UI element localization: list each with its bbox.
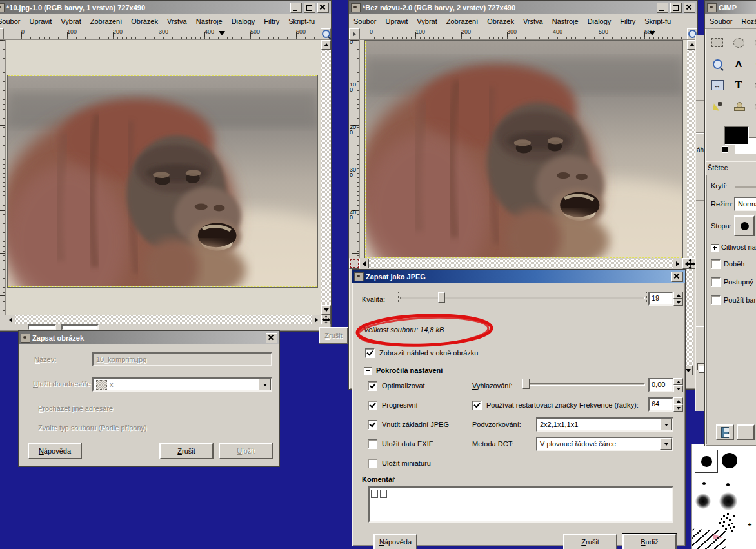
hscroll-track[interactable] — [369, 259, 673, 268]
spin-down-button[interactable] — [673, 385, 683, 392]
minimize-button[interactable] — [290, 3, 302, 13]
baseline-checkbox[interactable] — [368, 420, 377, 430]
save-dialog-titlebar[interactable]: Zapsat obrázek — [19, 331, 279, 344]
cancel-button[interactable]: Zrušit — [563, 534, 617, 549]
orangutan-image[interactable] — [365, 41, 682, 258]
spin-up-button[interactable] — [673, 378, 683, 385]
minimize-button[interactable] — [657, 3, 668, 13]
menu-item[interactable]: Zobrazení — [442, 15, 483, 27]
advanced-settings-label[interactable]: Pokročilá nastavení — [376, 366, 443, 374]
dropdown-arrow-button[interactable] — [660, 419, 672, 430]
text-tool[interactable]: T — [729, 75, 748, 95]
dropdown-arrow-button[interactable] — [259, 379, 271, 390]
menu-item[interactable]: Obrázek — [126, 15, 163, 27]
navigation-cross-button[interactable] — [321, 315, 331, 324]
spin-up-button[interactable] — [673, 292, 683, 299]
lasso-select-tool[interactable] — [750, 33, 756, 52]
menu-item[interactable]: Upravit — [25, 15, 56, 27]
quick-mask-toggle[interactable] — [349, 259, 359, 269]
menu-item[interactable]: Nástroje — [548, 15, 583, 27]
move-tool[interactable]: ✛ — [750, 54, 756, 74]
scroll-left-button[interactable] — [359, 259, 369, 268]
menu-item[interactable]: Filtry — [259, 15, 284, 27]
smoothing-slider-handle[interactable] — [522, 379, 530, 389]
advanced-expander-toggle[interactable] — [364, 367, 372, 375]
menu-item[interactable]: Skript-fu — [640, 15, 675, 27]
quality-slider[interactable] — [399, 292, 646, 304]
maximize-button[interactable] — [670, 3, 682, 13]
scroll-up-button[interactable] — [321, 40, 331, 50]
fade-checkbox[interactable] — [711, 259, 721, 269]
frequency-spinbox[interactable]: 64 — [648, 397, 673, 412]
ink-tool[interactable] — [708, 97, 727, 116]
dct-combobox[interactable]: V plovoucí řádové čárce — [536, 437, 673, 451]
dropdown-arrow-button[interactable] — [660, 438, 672, 450]
jpeg-dialog-titlebar[interactable]: Zapsat jako JPEG — [352, 270, 685, 283]
menu-item[interactable]: Vrstva — [163, 15, 192, 27]
close-button[interactable] — [671, 272, 683, 282]
menu-item[interactable]: Vrstva — [519, 15, 548, 27]
menu-item[interactable]: Obrázek — [482, 15, 519, 27]
sensitivity-expander[interactable] — [711, 244, 719, 252]
menu-item[interactable]: Vybrat — [412, 15, 441, 27]
frequency-spin-arrows[interactable] — [673, 397, 683, 412]
smoothing-slider[interactable] — [521, 379, 646, 390]
zoom-indicator-button[interactable] — [321, 28, 331, 39]
save-button[interactable]: Uložit — [219, 443, 273, 459]
ellipse-select-tool[interactable] — [729, 33, 748, 52]
foreground-color-swatch[interactable] — [724, 126, 749, 145]
spin-up-button[interactable] — [673, 397, 683, 404]
comment-textarea[interactable] — [368, 486, 673, 523]
mode-combobox[interactable]: Normál — [734, 197, 756, 211]
hidden-cancel-button[interactable]: Zrušit — [319, 327, 348, 344]
cancel-button[interactable]: Zrušit — [159, 443, 214, 459]
ok-button[interactable]: Budiž — [622, 534, 677, 549]
menu-item[interactable]: Vybrat — [56, 15, 85, 27]
save-folder-combobox[interactable]: x — [92, 377, 272, 392]
brush-item-fuzzy[interactable] — [719, 492, 737, 510]
menu-item[interactable]: Dialogy — [583, 15, 616, 27]
zoom-tool[interactable] — [708, 54, 727, 74]
scroll-left-button[interactable] — [6, 315, 15, 324]
file-type-expander[interactable]: Zvolte typ souboru (Podle přípony) — [38, 424, 147, 432]
restart-markers-checkbox[interactable] — [472, 401, 482, 410]
maximize-button[interactable] — [304, 3, 315, 13]
quality-spinbox[interactable]: 19 — [648, 292, 673, 306]
rect-select-tool[interactable] — [708, 33, 727, 52]
menu-item[interactable]: Filtry — [615, 15, 640, 27]
left-vertical-scrollbar[interactable] — [321, 40, 331, 315]
filename-field[interactable]: 10_komprim.jpg — [92, 352, 272, 366]
left-canvas[interactable] — [6, 40, 321, 315]
progressive-checkbox[interactable] — [368, 401, 377, 410]
brush-item[interactable] — [702, 482, 706, 485]
menu-item[interactable]: Soubor — [0, 15, 25, 27]
menu-item[interactable]: Dialogy — [227, 15, 260, 27]
menu-item[interactable]: Rozš — [737, 15, 756, 27]
color-picker-tool[interactable] — [750, 75, 756, 95]
measure-tool[interactable]: Λ — [729, 54, 748, 74]
orangutan-image[interactable] — [8, 75, 317, 287]
brush-item[interactable] — [722, 453, 737, 468]
thumbnail-checkbox[interactable] — [368, 459, 377, 468]
save-options-button[interactable] — [716, 424, 734, 440]
right-canvas[interactable] — [360, 40, 687, 258]
optimize-checkbox[interactable] — [368, 381, 377, 391]
brush-item-pencil-sketch[interactable] — [691, 529, 726, 549]
scroll-down-button[interactable] — [321, 305, 331, 315]
ruler-menu-button[interactable] — [349, 28, 360, 39]
left-window-titlebar[interactable]: *10.jpg-1.0 (RGB barvy, 1 vrstva) 727x49… — [0, 1, 331, 14]
menu-item[interactable]: Zobrazení — [86, 15, 127, 27]
gradient-checkbox[interactable] — [711, 295, 721, 305]
preview-checkbox[interactable] — [365, 348, 375, 358]
vscroll-track[interactable] — [321, 50, 331, 305]
brush-item-fuzzy[interactable] — [695, 494, 711, 509]
menu-item[interactable]: Skript-fu — [284, 15, 319, 27]
browse-folders-expander[interactable]: Procházet jiné adresáře — [38, 404, 113, 412]
spin-down-button[interactable] — [673, 404, 683, 412]
quality-slider-handle[interactable] — [438, 292, 445, 303]
right-horizontal-scrollbar[interactable] — [349, 258, 697, 269]
hscroll-track[interactable] — [15, 315, 312, 324]
scroll-right-button[interactable] — [312, 315, 321, 324]
zoom-percent-box[interactable] — [28, 324, 56, 330]
exif-checkbox[interactable] — [368, 439, 377, 449]
